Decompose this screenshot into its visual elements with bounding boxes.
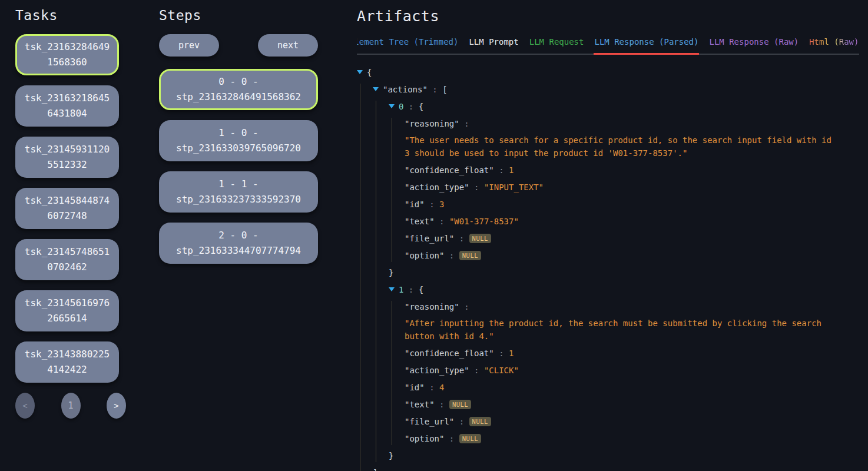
- json-number-value: 1: [509, 165, 513, 175]
- json-colon: :: [425, 200, 439, 209]
- json-string-value: "INPUT_TEXT": [484, 183, 544, 192]
- json-number-value: 3: [439, 200, 444, 209]
- json-tree-line: ]: [373, 467, 837, 471]
- json-key: "file_url": [405, 234, 454, 243]
- task-button[interactable]: tsk_231632846491568360: [15, 34, 119, 75]
- json-colon: :: [454, 234, 469, 243]
- json-key: "id": [405, 383, 425, 392]
- json-tree-line: "confidence_float" : 1: [405, 347, 837, 360]
- json-tree-line: "confidence_float" : 1: [405, 164, 837, 177]
- json-tree-line: "reasoning" :: [405, 301, 837, 313]
- step-button[interactable]: 2 - 0 - stp_231633344707774794: [159, 223, 318, 264]
- json-colon: :: [494, 349, 509, 358]
- json-key: "reasoning": [405, 119, 459, 128]
- json-colon: :: [459, 302, 469, 311]
- pagination-next-button[interactable]: >: [107, 393, 126, 419]
- expand-arrow-icon[interactable]: [357, 70, 363, 74]
- json-tree-line: "actions" : [: [373, 84, 837, 96]
- json-string-value: "W01-377-8537": [449, 217, 519, 226]
- app-layout: Tasks tsk_231632846491568360tsk_23163218…: [0, 0, 868, 471]
- pagination-prev-button[interactable]: <: [15, 393, 35, 419]
- json-tree-line: "id" : 3: [405, 198, 837, 211]
- artifact-tab[interactable]: Html (Raw): [809, 34, 859, 54]
- artifact-tab-strip: Element Tree (Trimmed)LLM PromptLLM Requ…: [357, 34, 859, 55]
- json-branch: "reasoning" : "After inputting the produ…: [392, 301, 837, 445]
- artifacts-title: Artifacts: [357, 8, 868, 25]
- prev-step-button[interactable]: prev: [159, 34, 219, 57]
- json-tree-line: "id" : 4: [405, 382, 837, 394]
- steps-panel: Steps prev next 0 - 0 - stp_231632846491…: [159, 0, 318, 274]
- task-button[interactable]: tsk_231456169762665614: [15, 290, 119, 331]
- json-key: "option": [405, 434, 444, 443]
- artifact-tab[interactable]: LLM Prompt: [468, 34, 519, 54]
- json-key: "text": [405, 217, 435, 226]
- json-tree-line: }: [389, 267, 837, 279]
- json-bracket: [: [442, 85, 447, 94]
- artifact-tabs-clip: Element Tree (Trimmed)LLM PromptLLM Requ…: [357, 34, 868, 55]
- artifact-tab[interactable]: LLM Response (Raw): [708, 34, 799, 54]
- tasks-pagination: < 1 >: [15, 393, 126, 419]
- json-colon: :: [428, 85, 442, 94]
- step-button[interactable]: 1 - 0 - stp_231633039765096720: [159, 120, 318, 161]
- json-tree-line: "reasoning" :: [405, 118, 837, 130]
- next-step-button[interactable]: next: [258, 34, 318, 57]
- json-colon: :: [403, 102, 418, 111]
- json-colon: :: [469, 183, 484, 192]
- tasks-title: Tasks: [15, 8, 119, 23]
- json-key: "action_type": [405, 183, 469, 192]
- null-badge: NULL: [449, 400, 471, 409]
- json-bracket: {: [367, 68, 372, 77]
- json-bracket: {: [419, 102, 423, 111]
- json-key: "id": [405, 200, 425, 209]
- json-colon: :: [469, 366, 484, 375]
- json-colon: :: [454, 417, 469, 426]
- json-tree-line: "action_type" : "CLICK": [405, 364, 837, 377]
- pagination-page-button[interactable]: 1: [61, 393, 81, 419]
- json-key: "file_url": [405, 417, 454, 426]
- json-colon: :: [425, 383, 439, 392]
- json-tree: {"actions" : [0 : {"reasoning" : "The us…: [357, 67, 837, 471]
- null-badge: NULL: [469, 417, 491, 426]
- json-bracket: {: [419, 285, 423, 294]
- step-button[interactable]: 0 - 0 - stp_231632846491568362: [159, 69, 318, 110]
- artifact-tab[interactable]: LLM Response (Parsed): [594, 34, 699, 54]
- json-colon: :: [435, 217, 449, 226]
- task-button[interactable]: tsk_231632186456431804: [15, 85, 119, 127]
- task-button[interactable]: tsk_231458448746072748: [15, 188, 119, 229]
- json-string-value: "CLICK": [484, 366, 519, 375]
- json-tree-line: "option" : NULL: [405, 250, 837, 262]
- json-colon: :: [444, 251, 459, 260]
- json-number-value: 1: [509, 349, 513, 358]
- artifact-tab[interactable]: Element Tree (Trimmed): [357, 34, 459, 54]
- expand-arrow-icon[interactable]: [389, 104, 395, 108]
- json-branch: 0 : {"reasoning" : "The user needs to se…: [376, 101, 837, 462]
- expand-arrow-icon[interactable]: [389, 287, 395, 291]
- task-list: tsk_231632846491568360tsk_23163218645643…: [15, 34, 119, 383]
- json-colon: :: [459, 119, 469, 128]
- expand-arrow-icon[interactable]: [373, 87, 379, 91]
- task-button[interactable]: tsk_231438802254142422: [15, 341, 119, 383]
- json-bracket: }: [389, 268, 393, 277]
- json-tree-line: "text" : NULL: [405, 399, 837, 411]
- artifacts-panel: Artifacts Element Tree (Trimmed)LLM Prom…: [357, 0, 868, 471]
- json-tree-line: "text" : "W01-377-8537": [405, 215, 837, 228]
- json-key: "action_type": [405, 366, 469, 375]
- json-key: "text": [405, 400, 435, 409]
- json-colon: :: [435, 400, 449, 409]
- tasks-panel: Tasks tsk_231632846491568360tsk_23163218…: [15, 0, 119, 419]
- null-badge: NULL: [469, 234, 491, 243]
- json-tree-line: {: [357, 67, 837, 79]
- json-branch: "actions" : [0 : {"reasoning" : "The use…: [360, 84, 837, 471]
- step-button[interactable]: 1 - 1 - stp_231633237333592370: [159, 171, 318, 213]
- task-button[interactable]: tsk_231459311205512332: [15, 137, 119, 178]
- task-button[interactable]: tsk_231457486510702462: [15, 239, 119, 280]
- json-colon: :: [444, 434, 459, 443]
- step-list: 0 - 0 - stp_2316328464915683621 - 0 - st…: [159, 69, 318, 264]
- json-key: "confidence_float": [405, 165, 494, 175]
- json-tree-line: "action_type" : "INPUT_TEXT": [405, 181, 837, 194]
- json-branch: "reasoning" : "The user needs to search …: [392, 118, 837, 262]
- json-tree-line: 0 : {: [389, 101, 837, 113]
- artifact-tab[interactable]: LLM Request: [529, 34, 585, 54]
- step-nav-row: prev next: [159, 34, 318, 57]
- json-key: "confidence_float": [405, 349, 494, 358]
